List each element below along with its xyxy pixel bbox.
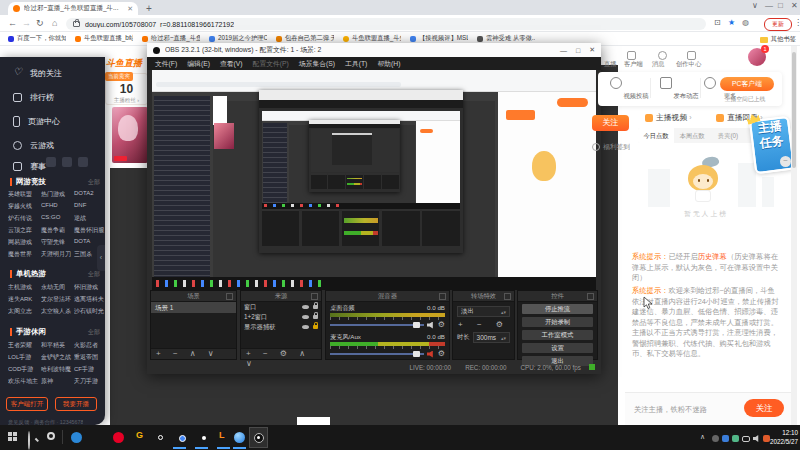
volume-slider[interactable] [330,350,424,358]
start-recording-button[interactable]: 开始录制 [522,317,593,327]
scene-item[interactable]: 场景 1 [151,302,236,313]
transition-toolbar[interactable]: + − ⚙ [453,320,514,329]
game-category[interactable]: 逆战 [74,214,107,224]
bookmark-star-icon[interactable]: ★ [728,18,735,27]
nav-live[interactable]: 直播 [604,60,617,69]
game-category[interactable]: 网易游戏 [8,238,41,248]
game-category[interactable]: LOL手游 [8,353,41,363]
bookmark-item[interactable]: 斗鱼联盟直播_b站直... [75,34,133,43]
sidebar-collapse-chevron[interactable]: ‹ [97,245,105,271]
float-icon[interactable] [226,293,233,300]
profile-icon[interactable]: ◍ [742,18,749,27]
g-app-icon[interactable]: G [136,430,143,440]
spinner-icon[interactable]: ▴▾ [501,335,506,341]
subtab-week[interactable]: 本周点数 [674,128,710,143]
bookmark-item[interactable]: 百度一下，你就知道 [8,34,66,43]
window-maximize-button[interactable]: □ [778,1,783,10]
volume-slider[interactable] [330,321,424,329]
lock-icon[interactable] [313,305,318,309]
mixer-header[interactable]: 混音器 [326,291,449,302]
gear-icon[interactable]: ⚙ [438,321,445,329]
game-category[interactable]: 热门游戏 [41,190,74,200]
game-category[interactable]: DOTA2 [74,190,107,200]
bookmark-item[interactable]: 雲神受难 从零做... [477,34,535,43]
speaker-icon[interactable] [427,322,435,329]
game-category[interactable]: 哈利波特魔 [41,365,74,375]
menu-file[interactable]: 文件(F) [150,59,182,69]
source-row[interactable]: 显示器捕获 [241,322,321,332]
game-category[interactable]: 王者荣耀 [8,341,41,351]
tray-shield-icon[interactable] [722,435,729,442]
menu-edit[interactable]: 编辑(E) [182,59,215,69]
float-icon[interactable] [504,293,511,300]
bookmark-item[interactable]: 包吞自己第二弹 无... [276,34,334,43]
esports-mini-icon[interactable] [46,157,56,167]
netease-music-icon[interactable] [113,432,124,443]
game-category[interactable]: CFHD [41,202,74,212]
game-category[interactable]: 逃离塔科夫 [74,295,107,305]
eye-icon[interactable] [302,315,309,319]
obs-close-button[interactable]: ✕ [589,46,595,54]
more-icon[interactable] [704,77,716,89]
transition-select[interactable]: 淡出▴▾ [457,306,510,317]
transitions-header[interactable]: 转场特效 [453,291,514,302]
studio-mode-button[interactable]: 工作室模式 [522,330,593,340]
teams-icon[interactable] [71,432,82,443]
obs-minimize-button[interactable]: — [560,47,567,54]
vip-link[interactable]: 主播粉丝 › [106,97,147,104]
address-bar[interactable]: douyu.com/105708007_r=0.8811081966172192 [66,18,706,30]
lock-icon[interactable] [313,315,318,319]
sidebar-item-webgame[interactable]: 页游中心 [0,112,105,130]
game-category[interactable]: 英雄联盟 [8,190,41,200]
forward-icon[interactable]: → [22,18,31,28]
eye-icon[interactable] [302,325,309,329]
esports-mini-icon[interactable] [62,157,72,167]
spinner-icon[interactable]: ▴▾ [501,309,506,315]
game-category[interactable]: 守望先锋 [41,238,74,248]
game-category[interactable]: 魔兽世界 [8,250,41,260]
menu-scene-collection[interactable]: 场景集合(S) [294,59,340,69]
game-category[interactable]: 欢乐斗地主 [8,377,41,387]
game-category[interactable]: 原神 [41,377,74,387]
subtab-today[interactable]: 今日点数 [638,128,674,143]
tab-search-icon[interactable]: ∨ [752,1,758,10]
cortana-icon[interactable] [47,432,55,440]
sources-toolbar[interactable]: + − ⚙ ∧ ∨ [241,348,321,359]
source-row[interactable]: 1+2窗口 [241,312,321,322]
share-icon[interactable]: ⊡ [714,18,721,27]
game-category[interactable]: 怀旧游戏 [74,283,107,293]
lock-icon[interactable] [313,325,318,329]
welfare-signin[interactable]: 福利签到 [592,142,630,152]
obs-preview[interactable] [152,70,596,290]
window-close-button[interactable]: ✕ [791,1,798,10]
menu-help[interactable]: 帮助(H) [372,59,405,69]
obs-maximize-button[interactable]: □ [576,47,580,54]
menu-tools[interactable]: 工具(T) [340,59,372,69]
streamer-avatar[interactable] [112,107,148,163]
sidebar-item-cloudgame[interactable]: 云游戏 [0,136,105,154]
nav-creator-center[interactable]: 创作中心 [676,60,701,69]
game-category[interactable]: 重返帝国 [74,353,107,363]
esports-mini-icon[interactable] [78,157,88,167]
bookmark-item[interactable]: 给过邪~直播_斗鱼... [142,34,200,43]
taskbar-clock[interactable]: 12:10 2022/5/27 [768,429,798,446]
stop-streaming-button[interactable]: 停止推流 [522,304,593,314]
window-minimize-button[interactable]: — [765,1,773,10]
browser-tab[interactable]: 给过邪~直播_斗鱼联盟直播_斗... ✕ [8,2,138,15]
game-category[interactable]: 永劫无间 [41,283,74,293]
home-icon[interactable]: ⌂ [52,18,57,28]
sidebar-item-follows[interactable]: 我的关注 [0,64,105,82]
start-button-icon[interactable] [8,432,12,436]
game-category[interactable]: 火影忍者 [74,341,107,351]
float-icon[interactable] [439,293,446,300]
game-category[interactable]: 穿越火线 [8,202,41,212]
game-category[interactable]: 主机游戏 [8,283,41,293]
scenes-toolbar[interactable]: + − ∧ ∨ [151,348,236,359]
new-tab-button[interactable]: + [146,3,152,14]
controls-header[interactable]: 控件 [518,291,597,302]
game-category[interactable]: 魔兽怀旧服 [74,226,107,236]
game-category[interactable]: 和平精英 [41,341,74,351]
game-category[interactable]: 太阁立志 [8,307,41,317]
tab-anchor-videos[interactable]: 主播视频› [645,112,692,123]
menu-view[interactable]: 查看(V) [215,59,248,69]
